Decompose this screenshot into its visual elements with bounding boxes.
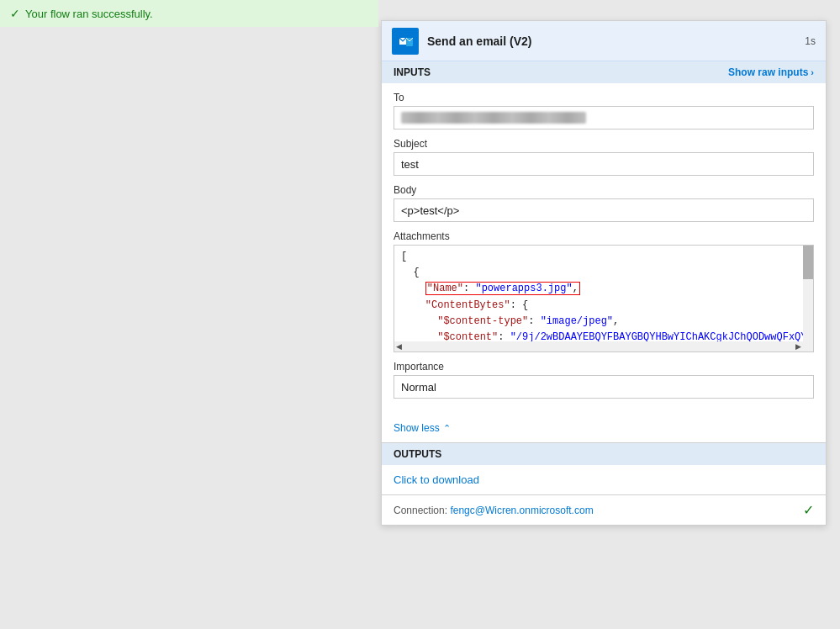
code-line-3: "Name": "powerapps3.jpg",	[401, 281, 806, 297]
attachments-code-block: [ { "Name": "powerapps3.jpg", "ContentBy…	[394, 246, 813, 352]
to-label: To	[394, 92, 814, 103]
body-field-group: Body <p>test</p>	[394, 184, 814, 222]
subject-label: Subject	[394, 138, 814, 150]
horizontal-scrollbar[interactable]: ◀ ▶	[394, 341, 803, 352]
attachments-box[interactable]: [ { "Name": "powerapps3.jpg", "ContentBy…	[394, 245, 814, 352]
code-line-5: "$content-type": "image/jpeg",	[401, 314, 806, 330]
connection-email-link[interactable]: fengc@Wicren.onmicrosoft.com	[450, 505, 593, 516]
email-action-card: Send an email (V2) 1s INPUTS Show raw in…	[381, 20, 827, 526]
chevron-up-icon: ⌃	[443, 423, 451, 434]
body-label: Body	[394, 184, 814, 196]
connection-label: Connection: fengc@Wicren.onmicrosoft.com	[394, 505, 594, 516]
subject-value: test	[394, 152, 814, 176]
outputs-section-header: OUTPUTS	[382, 443, 826, 465]
outputs-label: OUTPUTS	[394, 448, 441, 460]
hscroll-right-icon[interactable]: ▶	[795, 342, 801, 351]
body-value: <p>test</p>	[394, 198, 814, 222]
to-field-group: To	[394, 92, 814, 130]
success-banner: ✓ Your flow ran successfully.	[0, 0, 378, 27]
outlook-icon	[392, 28, 419, 55]
card-footer: Connection: fengc@Wicren.onmicrosoft.com…	[382, 494, 826, 525]
show-raw-inputs-link[interactable]: Show raw inputs ›	[728, 66, 814, 78]
outputs-content: Click to download	[382, 465, 826, 494]
card-title: Send an email (V2)	[427, 34, 805, 48]
show-less-label: Show less	[394, 422, 440, 434]
attachments-label: Attachments	[394, 230, 814, 242]
subject-field-group: Subject test	[394, 138, 814, 176]
click-to-download-link[interactable]: Click to download	[394, 473, 479, 486]
importance-value: Normal	[394, 375, 814, 399]
scrollbar-thumb[interactable]	[803, 246, 813, 279]
code-line-4: "ContentBytes": {	[401, 298, 806, 314]
importance-label: Importance	[394, 361, 814, 373]
execution-time: 1s	[805, 35, 816, 47]
show-less-row: Show less ⌃	[382, 415, 826, 442]
show-less-link[interactable]: Show less ⌃	[394, 422, 451, 434]
to-value	[394, 106, 814, 130]
vertical-scrollbar[interactable]	[803, 246, 813, 352]
inputs-section-header: INPUTS Show raw inputs ›	[382, 61, 826, 83]
chevron-right-icon: ›	[811, 67, 814, 77]
verified-icon: ✓	[803, 502, 814, 518]
inputs-label: INPUTS	[394, 66, 431, 78]
attachments-field-group: Attachments [ { "Name": "powerapps3.jpg"…	[394, 230, 814, 352]
code-line-2: {	[401, 265, 806, 281]
form-area: To Subject test Body <p>test</p> Attachm…	[382, 83, 826, 415]
outputs-section: OUTPUTS Click to download	[382, 442, 826, 494]
connection-text: Connection:	[394, 505, 447, 516]
code-line-1: [	[401, 249, 806, 265]
success-message: Your flow ran successfully.	[25, 8, 153, 20]
card-header: Send an email (V2) 1s	[382, 21, 826, 61]
hscroll-arrows: ◀ ▶	[394, 342, 803, 351]
hscroll-left-icon[interactable]: ◀	[396, 342, 402, 351]
importance-field-group: Importance Normal	[394, 361, 814, 399]
check-icon: ✓	[10, 7, 20, 20]
show-raw-label: Show raw inputs	[728, 66, 808, 78]
